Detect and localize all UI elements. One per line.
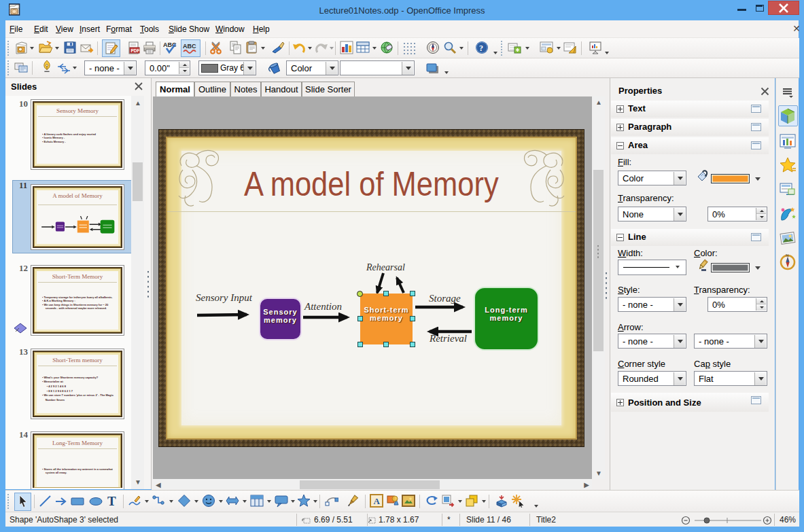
svg-text:ABC: ABC xyxy=(183,43,196,50)
svg-text:PDF: PDF xyxy=(131,48,140,53)
svg-text:?: ? xyxy=(479,43,483,53)
svg-text:T: T xyxy=(107,494,116,508)
svg-text:A: A xyxy=(374,496,381,506)
svg-text:N: N xyxy=(786,253,788,258)
